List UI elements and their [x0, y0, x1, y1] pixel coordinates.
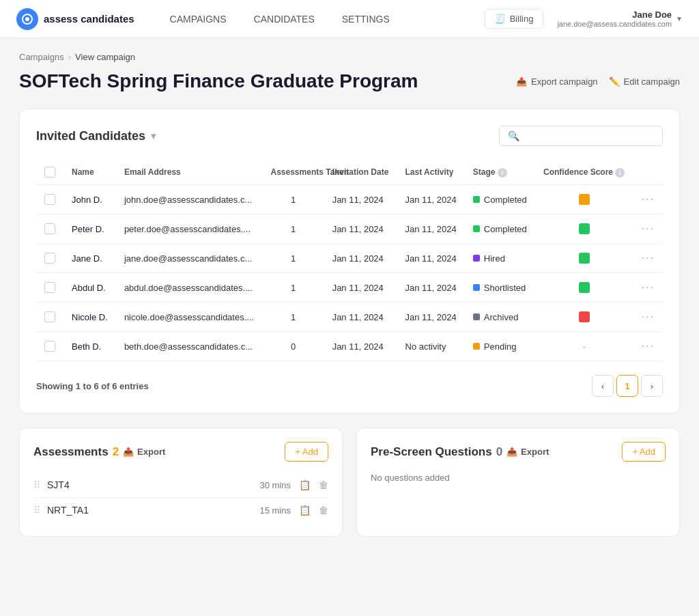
candidate-email: john.doe@assesscandidates.c... [116, 185, 263, 214]
row-checkbox-cell [36, 332, 63, 361]
assessments-taken: 1 [263, 185, 324, 214]
add-assessment-button[interactable]: + Add [285, 442, 328, 462]
candidate-name[interactable]: Peter D. [63, 214, 116, 244]
edit-assessment-button[interactable]: 📋 [299, 479, 311, 490]
assessments-taken: 1 [263, 273, 324, 303]
filter-icon[interactable]: ▾ [151, 130, 156, 141]
breadcrumb-parent[interactable]: Campaigns [19, 52, 64, 62]
stage-cell: Completed [465, 214, 535, 244]
row-more-button[interactable]: ··· [642, 281, 655, 294]
export-icon: 📤 [507, 447, 517, 457]
assessments-title-text: Assessments [33, 445, 109, 459]
row-more-button[interactable]: ··· [642, 252, 655, 264]
nav-campaigns[interactable]: CAMPAIGNS [167, 14, 229, 25]
confidence-indicator [579, 253, 590, 264]
breadcrumb-current: View campaign [75, 52, 135, 62]
table-row: Peter D. peter.doe@assesscandidates.... … [36, 214, 663, 244]
candidate-name[interactable]: John D. [63, 185, 116, 214]
table-title-text: Invited Candidates [36, 129, 145, 143]
candidate-name[interactable]: Beth D. [63, 332, 116, 361]
candidates-table: Name Email Address Assessments Taken Inv… [36, 160, 663, 361]
edit-assessment-button[interactable]: 📋 [299, 505, 311, 516]
stage-dot [473, 196, 480, 203]
export-label: Export campaign [531, 76, 598, 87]
search-input[interactable] [525, 131, 654, 141]
row-checkbox[interactable] [44, 341, 55, 352]
assessments-list: ⠿ SJT4 30 mins 📋 🗑 ⠿ NRT_TA1 15 mins 📋 🗑 [33, 473, 328, 522]
select-all-checkbox[interactable] [44, 167, 55, 178]
user-menu[interactable]: Jane Doe jane.doe@assess.candidates.com … [557, 10, 683, 28]
row-checkbox[interactable] [44, 223, 55, 234]
confidence-indicator [579, 223, 590, 234]
col-email: Email Address [116, 160, 263, 185]
assessments-count: 2 [113, 445, 119, 459]
candidate-name[interactable]: Abdul D. [63, 273, 116, 303]
edit-campaign-button[interactable]: ✏️ Edit campaign [609, 76, 680, 87]
col-last-activity: Last Activity [397, 160, 465, 185]
delete-assessment-button[interactable]: 🗑 [319, 505, 328, 516]
billing-button[interactable]: 🧾 Billing [485, 9, 544, 29]
prescreen-card: Pre-Screen Questions 0 📤 Export + Add No… [356, 428, 680, 537]
nav-candidates[interactable]: CANDIDATES [251, 14, 317, 25]
last-activity: Jan 11, 2024 [397, 273, 465, 303]
prev-page-button[interactable]: ‹ [592, 375, 614, 397]
row-checkbox[interactable] [44, 194, 55, 205]
drag-handle-icon[interactable]: ⠿ [33, 479, 40, 490]
assessment-duration: 30 mins [259, 480, 291, 490]
add-question-button[interactable]: + Add [622, 442, 666, 462]
confidence-info-icon[interactable]: i [615, 168, 625, 178]
row-actions-cell: ··· [633, 244, 664, 273]
prescreen-export-link[interactable]: 📤 Export [507, 447, 549, 457]
row-more-button[interactable]: ··· [642, 340, 655, 352]
row-checkbox-cell [36, 273, 63, 303]
row-more-button[interactable]: ··· [642, 223, 655, 235]
page-1-button[interactable]: 1 [616, 375, 638, 397]
confidence-indicator [579, 282, 590, 293]
nav-settings[interactable]: SETTINGS [339, 14, 393, 25]
assessment-right: 15 mins 📋 🗑 [259, 505, 328, 516]
svg-point-1 [25, 17, 29, 21]
row-checkbox-cell [36, 214, 63, 244]
table-row: John D. john.doe@assesscandidates.c... 1… [36, 185, 663, 214]
last-activity: Jan 11, 2024 [397, 185, 465, 214]
assessment-name: SJT4 [47, 479, 70, 490]
assessments-taken: 0 [263, 332, 324, 361]
invitation-date: Jan 11, 2024 [324, 303, 397, 332]
next-page-button[interactable]: › [641, 375, 663, 397]
row-more-button[interactable]: ··· [642, 311, 655, 323]
candidate-email: peter.doe@assesscandidates.... [116, 214, 263, 244]
stage-cell: Archived [465, 303, 535, 332]
candidate-email: nicole.doe@assesscandidates.... [116, 303, 263, 332]
stage-label: Hired [484, 253, 505, 264]
row-checkbox[interactable] [44, 311, 55, 322]
page-header: SOFTech Spring Finance Graduate Program … [19, 70, 680, 92]
row-checkbox-cell [36, 185, 63, 214]
row-more-button[interactable]: ··· [642, 193, 655, 206]
row-actions-cell: ··· [633, 273, 664, 303]
row-checkbox[interactable] [44, 253, 55, 264]
export-campaign-button[interactable]: 📤 Export campaign [516, 76, 598, 87]
row-checkbox[interactable] [44, 282, 55, 293]
stage-label: Completed [484, 195, 527, 205]
confidence-cell [535, 214, 633, 244]
candidate-name[interactable]: Nicole D. [63, 303, 116, 332]
navbar: assess candidates CAMPAIGNS CANDIDATES S… [0, 0, 699, 38]
stage-dot [473, 284, 480, 291]
app-logo[interactable]: assess candidates [16, 8, 134, 30]
table-header: Invited Candidates ▾ 🔍 [36, 126, 663, 146]
drag-handle-icon[interactable]: ⠿ [33, 505, 40, 516]
user-name: Jane Doe [557, 10, 672, 20]
row-actions-cell: ··· [633, 332, 664, 361]
chevron-down-icon: ▼ [676, 15, 683, 23]
table-row: Nicole D. nicole.doe@assesscandidates...… [36, 303, 663, 332]
assessments-card-header: Assessments 2 📤 Export + Add [33, 442, 328, 462]
search-box[interactable]: 🔍 [499, 126, 663, 146]
invitation-date: Jan 11, 2024 [324, 214, 397, 244]
row-checkbox-cell [36, 303, 63, 332]
col-actions [633, 160, 664, 185]
prescreen-title: Pre-Screen Questions 0 📤 Export [371, 445, 549, 459]
assessments-export-link[interactable]: 📤 Export [123, 447, 165, 457]
stage-info-icon[interactable]: i [498, 168, 507, 178]
delete-assessment-button[interactable]: 🗑 [319, 479, 328, 490]
candidate-name[interactable]: Jane D. [63, 244, 116, 273]
